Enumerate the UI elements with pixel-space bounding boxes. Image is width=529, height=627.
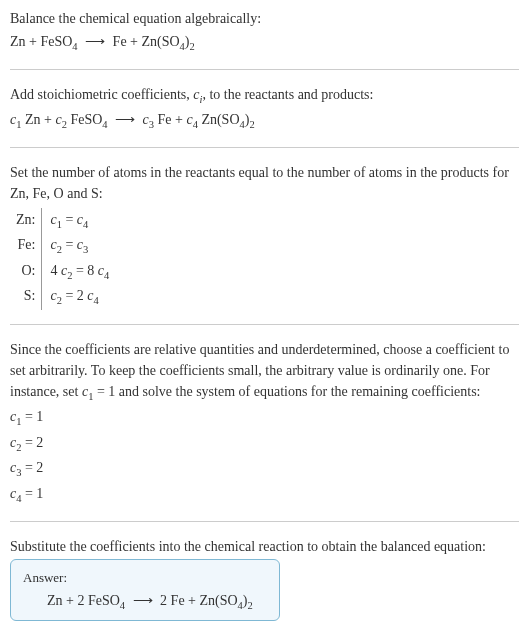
- element-label: S:: [10, 284, 42, 310]
- coeff-equation: c1 Zn + c2 FeSO4 ⟶ c3 Fe + c4 Zn(SO4)2: [10, 109, 519, 133]
- eq-text: Zn + 2 FeSO: [47, 593, 120, 608]
- text: Fe +: [154, 112, 186, 127]
- arrow-icon: ⟶: [133, 592, 153, 609]
- solve-text: Since the coefficients are relative quan…: [10, 339, 519, 405]
- eq-text: 2 Fe + Zn(SO: [160, 593, 238, 608]
- var-sub: 4: [83, 218, 88, 229]
- answer-equation: Zn + 2 FeSO4 ⟶ 2 Fe + Zn(SO4)2: [23, 592, 267, 611]
- subscript: 2: [190, 41, 195, 52]
- element-label: Zn:: [10, 208, 42, 234]
- subscript: 2: [249, 119, 254, 130]
- var-sub: 3: [83, 244, 88, 255]
- answer-box: Answer: Zn + 2 FeSO4 ⟶ 2 Fe + Zn(SO4)2: [10, 559, 280, 622]
- solution-line: c3 = 2: [10, 457, 519, 481]
- eq: =: [72, 263, 87, 278]
- pre: 8: [87, 263, 98, 278]
- table-row: S: c2 = 2 c4: [10, 284, 115, 310]
- arrow-icon: ⟶: [115, 109, 135, 130]
- subscript: 4: [120, 599, 125, 610]
- pre: 4: [50, 263, 61, 278]
- intro-title: Balance the chemical equation algebraica…: [10, 8, 519, 29]
- text: , to the reactants and products:: [202, 87, 373, 102]
- arrow-icon: ⟶: [85, 31, 105, 52]
- result-text: Substitute the coefficients into the che…: [10, 536, 519, 557]
- equation-cell: c1 = c4: [42, 208, 115, 234]
- result-section: Substitute the coefficients into the che…: [10, 536, 519, 622]
- eq-val: = 2: [21, 435, 43, 450]
- table-row: O: 4 c2 = 8 c4: [10, 259, 115, 285]
- subscript: 4: [102, 119, 107, 130]
- eq-text: Zn + FeSO: [10, 34, 72, 49]
- equation-cell: c2 = c3: [42, 233, 115, 259]
- solution-line: c1 = 1: [10, 406, 519, 430]
- eq-val: = 1: [21, 409, 43, 424]
- table-row: Fe: c2 = c3: [10, 233, 115, 259]
- text: = 1 and solve the system of equations fo…: [93, 384, 480, 399]
- text: Add stoichiometric coefficients,: [10, 87, 193, 102]
- eq: =: [62, 212, 77, 227]
- divider: [10, 521, 519, 522]
- coeff-text: Add stoichiometric coefficients, ci, to …: [10, 84, 519, 108]
- atoms-section: Set the number of atoms in the reactants…: [10, 162, 519, 310]
- text: Zn +: [21, 112, 55, 127]
- atoms-text: Set the number of atoms in the reactants…: [10, 162, 519, 204]
- divider: [10, 324, 519, 325]
- eq: =: [62, 237, 77, 252]
- equation-cell: c2 = 2 c4: [42, 284, 115, 310]
- equation-cell: 4 c2 = 8 c4: [42, 259, 115, 285]
- solution-line: c2 = 2: [10, 432, 519, 456]
- pre: 2: [77, 288, 88, 303]
- text: FeSO: [67, 112, 102, 127]
- eq: =: [62, 288, 77, 303]
- table-row: Zn: c1 = c4: [10, 208, 115, 234]
- var-sub: 4: [104, 270, 109, 281]
- element-label: Fe:: [10, 233, 42, 259]
- element-label: O:: [10, 259, 42, 285]
- atom-table: Zn: c1 = c4 Fe: c2 = c3 O: 4 c2 = 8 c4 S…: [10, 208, 115, 310]
- eq-text: Fe + Zn(SO: [113, 34, 180, 49]
- coefficients-section: Add stoichiometric coefficients, ci, to …: [10, 84, 519, 133]
- divider: [10, 147, 519, 148]
- subscript: 4: [72, 41, 77, 52]
- solution-line: c4 = 1: [10, 483, 519, 507]
- eq-val: = 2: [21, 460, 43, 475]
- intro-section: Balance the chemical equation algebraica…: [10, 8, 519, 55]
- answer-label: Answer:: [23, 570, 267, 586]
- intro-equation: Zn + FeSO4 ⟶ Fe + Zn(SO4)2: [10, 31, 519, 55]
- solve-section: Since the coefficients are relative quan…: [10, 339, 519, 507]
- text: Zn(SO: [198, 112, 240, 127]
- divider: [10, 69, 519, 70]
- subscript: 2: [248, 599, 253, 610]
- eq-val: = 1: [21, 486, 43, 501]
- var-sub: 4: [94, 295, 99, 306]
